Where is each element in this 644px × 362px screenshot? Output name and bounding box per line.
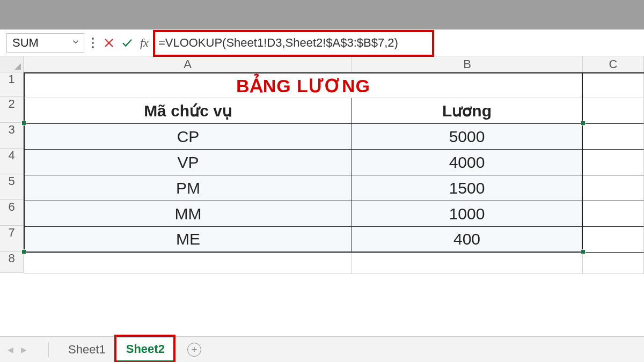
more-options-icon[interactable] [87,38,98,48]
row-header-5[interactable]: 5 [0,174,24,200]
row-header-3[interactable]: 3 [0,123,24,149]
formula-text: =VLOOKUP(Sheet1!D3,Sheet2!$A$3:$B$7,2) [158,36,398,50]
prev-sheet-icon[interactable]: ◀ [8,345,13,354]
cell-c7[interactable] [583,227,644,253]
sheet-area: A B C 1 2 3 4 5 6 7 8 BẢNG LƯƠNG [0,56,644,336]
selection-handle[interactable] [581,121,586,125]
cell-c3[interactable] [583,124,644,150]
cell-b7[interactable]: 400 [352,227,583,253]
selection-handle[interactable] [21,121,26,125]
chevron-down-icon[interactable] [71,37,80,49]
grid[interactable]: BẢNG LƯƠNG Mã chức vụ Lương CP 5000 VP [24,72,644,274]
cell-b8[interactable] [352,253,583,274]
new-sheet-button[interactable]: + [184,339,205,360]
column-header-b[interactable]: B [352,56,583,72]
row-header-6[interactable]: 6 [0,200,24,226]
fx-icon[interactable]: fx [140,36,149,50]
row-header-4[interactable]: 4 [0,149,24,174]
cell-a6[interactable]: MM [24,201,352,227]
header-salary[interactable]: Lương [352,98,583,124]
column-header-c[interactable]: C [583,56,644,72]
enter-formula-button[interactable] [120,33,135,53]
sheet-tabs-bar: ◀ ▶ Sheet1 Sheet2 + [0,336,644,362]
cell-a5[interactable]: PM [24,175,352,201]
formula-input[interactable]: =VLOOKUP(Sheet1!D3,Sheet2!$A$3:$B$7,2) [154,33,639,53]
select-all-corner[interactable] [0,56,24,72]
sheet-nav-arrows[interactable]: ◀ ▶ [8,345,27,354]
excel-workspace: SUM fx =VLOOKUP(Sheet1!D3,Sheet2!$A$3:$B… [0,29,644,362]
name-box[interactable]: SUM [12,36,71,50]
plus-icon: + [187,343,201,357]
tabs-divider [48,342,49,357]
cell-c4[interactable] [583,150,644,175]
name-box-container[interactable]: SUM [6,33,84,53]
cell-b5[interactable]: 1500 [352,175,583,201]
next-sheet-icon[interactable]: ▶ [21,345,27,354]
row-header-7[interactable]: 7 [0,226,24,252]
cell-a8[interactable] [24,253,352,274]
cell-c2[interactable] [583,98,644,124]
row-header-8[interactable]: 8 [0,252,24,273]
cell-c8[interactable] [583,253,644,274]
row-header-1[interactable]: 1 [0,72,24,97]
formula-bar-row: SUM fx =VLOOKUP(Sheet1!D3,Sheet2!$A$3:$B… [0,29,644,56]
cell-b3[interactable]: 5000 [352,124,583,150]
cell-a4[interactable]: VP [24,150,352,175]
row-headers: 1 2 3 4 5 6 7 8 [0,72,24,274]
selection-handle[interactable] [581,249,586,254]
tab-sheet2[interactable]: Sheet2 [116,337,175,362]
cell-a7[interactable]: ME [24,227,352,253]
cell-c1[interactable] [583,73,644,98]
cell-a3[interactable]: CP [24,124,352,150]
title-cell[interactable]: BẢNG LƯƠNG [24,73,583,98]
column-headers: A B C [0,56,644,72]
row-header-2[interactable]: 2 [0,97,24,123]
column-header-a[interactable]: A [24,56,352,72]
cancel-formula-button[interactable] [101,33,116,53]
tab-sheet1[interactable]: Sheet1 [58,338,116,361]
cell-c6[interactable] [583,201,644,227]
selection-handle[interactable] [21,249,26,254]
header-code[interactable]: Mã chức vụ [24,98,352,124]
annotation-highlight-tab [114,335,175,363]
cell-b4[interactable]: 4000 [352,150,583,175]
cell-b6[interactable]: 1000 [352,201,583,227]
cell-c5[interactable] [583,175,644,201]
